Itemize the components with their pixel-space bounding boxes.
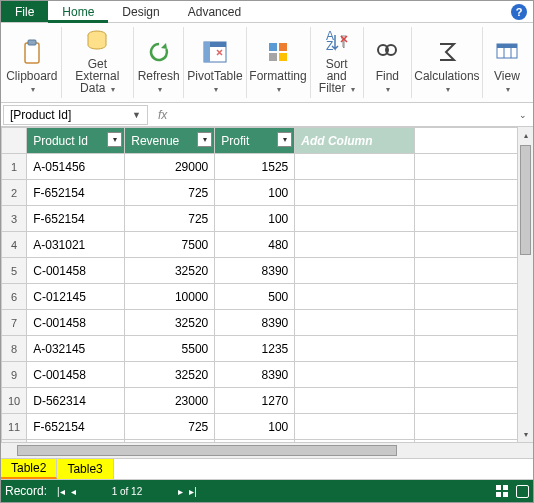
table-row[interactable]: 5C-001458325208390: [2, 258, 533, 284]
cell-profit[interactable]: 1235: [215, 336, 295, 362]
tab-home[interactable]: Home: [48, 1, 108, 22]
tab-design[interactable]: Design: [108, 1, 173, 22]
cell-empty[interactable]: [295, 258, 415, 284]
cell-empty[interactable]: [415, 388, 533, 414]
cell-revenue[interactable]: 725: [125, 414, 215, 440]
cell-empty[interactable]: [415, 232, 533, 258]
cell-empty[interactable]: [295, 154, 415, 180]
filter-icon[interactable]: ▾: [107, 132, 122, 147]
pivottable-button[interactable]: PivotTable▾: [184, 27, 246, 98]
refresh-button[interactable]: Refresh▾: [134, 27, 184, 98]
cell-empty[interactable]: [415, 154, 533, 180]
vertical-scrollbar[interactable]: ▴ ▾: [517, 127, 533, 442]
cell-product-id[interactable]: A-031021: [27, 232, 125, 258]
column-header-profit[interactable]: Profit ▾: [215, 128, 295, 154]
cell-profit[interactable]: 500: [215, 284, 295, 310]
table-row[interactable]: 4A-0310217500480: [2, 232, 533, 258]
nav-next-icon[interactable]: ▸: [178, 486, 183, 497]
table-row[interactable]: 2F-652154725100: [2, 180, 533, 206]
cell-profit[interactable]: 480: [215, 232, 295, 258]
cell-revenue[interactable]: 725: [125, 206, 215, 232]
cell-empty[interactable]: [295, 310, 415, 336]
cell-revenue[interactable]: 32520: [125, 362, 215, 388]
cell-empty[interactable]: [295, 336, 415, 362]
column-header-revenue[interactable]: Revenue ▾: [125, 128, 215, 154]
cell-product-id[interactable]: A-032145: [27, 336, 125, 362]
row-header[interactable]: 1: [2, 154, 27, 180]
cell-product-id[interactable]: D-562314: [27, 388, 125, 414]
cell-empty[interactable]: [295, 362, 415, 388]
help-icon[interactable]: ?: [511, 4, 527, 20]
scroll-thumb[interactable]: [17, 445, 397, 456]
select-all-corner[interactable]: [2, 128, 27, 154]
nav-first-icon[interactable]: |◂: [57, 486, 65, 497]
table-row[interactable]: 8A-03214555001235: [2, 336, 533, 362]
cell-empty[interactable]: [295, 284, 415, 310]
cell-empty[interactable]: [415, 284, 533, 310]
cell-revenue[interactable]: 32520: [125, 258, 215, 284]
cell-product-id[interactable]: C-001458: [27, 362, 125, 388]
calculations-button[interactable]: Calculations▾: [412, 27, 483, 98]
cell-revenue[interactable]: 7500: [125, 232, 215, 258]
cell-profit[interactable]: 8390: [215, 310, 295, 336]
row-header[interactable]: 7: [2, 310, 27, 336]
cell-revenue[interactable]: 23000: [125, 388, 215, 414]
cell-product-id[interactable]: C-001458: [27, 310, 125, 336]
table-row[interactable]: 3F-652154725100: [2, 206, 533, 232]
row-header[interactable]: 8: [2, 336, 27, 362]
horizontal-scrollbar[interactable]: [1, 442, 533, 458]
cell-revenue[interactable]: 725: [125, 180, 215, 206]
table-row[interactable]: 11F-652154725100: [2, 414, 533, 440]
cell-profit[interactable]: 100: [215, 206, 295, 232]
scroll-up-icon[interactable]: ▴: [518, 127, 533, 143]
get-external-data-button[interactable]: Get External Data ▾: [62, 27, 134, 98]
add-column[interactable]: Add Column: [295, 128, 415, 154]
cell-product-id[interactable]: F-652154: [27, 414, 125, 440]
view-datasheet-icon[interactable]: [516, 485, 529, 498]
cell-product-id[interactable]: C-001458: [27, 258, 125, 284]
view-button[interactable]: View▾: [483, 27, 531, 98]
scroll-thumb[interactable]: [520, 145, 531, 255]
cell-empty[interactable]: [415, 362, 533, 388]
table-row[interactable]: 7C-001458325208390: [2, 310, 533, 336]
cell-profit[interactable]: 100: [215, 414, 295, 440]
cell-empty[interactable]: [415, 310, 533, 336]
table-row[interactable]: 9C-001458325208390: [2, 362, 533, 388]
fx-label[interactable]: fx: [158, 108, 167, 122]
row-header[interactable]: 10: [2, 388, 27, 414]
cell-revenue[interactable]: 5500: [125, 336, 215, 362]
cell-product-id[interactable]: C-012145: [27, 284, 125, 310]
sort-filter-button[interactable]: AZ Sort and Filter ▾: [311, 27, 364, 98]
scroll-down-icon[interactable]: ▾: [518, 426, 533, 442]
cell-empty[interactable]: [295, 206, 415, 232]
row-header[interactable]: 6: [2, 284, 27, 310]
cell-empty[interactable]: [295, 414, 415, 440]
column-header-product-id[interactable]: Product Id ▾: [27, 128, 125, 154]
clipboard-button[interactable]: Clipboard▾: [3, 27, 62, 98]
cell-empty[interactable]: [295, 232, 415, 258]
name-box[interactable]: [Product Id] ▼: [3, 105, 148, 125]
cell-empty[interactable]: [415, 206, 533, 232]
cell-profit[interactable]: 1270: [215, 388, 295, 414]
table-row[interactable]: 1A-051456290001525: [2, 154, 533, 180]
cell-empty[interactable]: [415, 180, 533, 206]
cell-profit[interactable]: 100: [215, 180, 295, 206]
find-button[interactable]: Find▾: [364, 27, 412, 98]
cell-profit[interactable]: 1525: [215, 154, 295, 180]
name-box-dropdown-icon[interactable]: ▼: [132, 110, 141, 120]
formatting-button[interactable]: Formatting▾: [247, 27, 311, 98]
cell-product-id[interactable]: F-652154: [27, 206, 125, 232]
filter-icon[interactable]: ▾: [277, 132, 292, 147]
cell-empty[interactable]: [295, 388, 415, 414]
row-header[interactable]: 5: [2, 258, 27, 284]
row-header[interactable]: 9: [2, 362, 27, 388]
tab-advanced[interactable]: Advanced: [174, 1, 255, 22]
row-header[interactable]: 3: [2, 206, 27, 232]
cell-revenue[interactable]: 10000: [125, 284, 215, 310]
cell-empty[interactable]: [295, 180, 415, 206]
table-row[interactable]: 6C-01214510000500: [2, 284, 533, 310]
sheet-tab-table2[interactable]: Table2: [1, 459, 57, 479]
cell-empty[interactable]: [415, 258, 533, 284]
cell-profit[interactable]: 8390: [215, 362, 295, 388]
sheet-tab-table3[interactable]: Table3: [57, 459, 113, 479]
